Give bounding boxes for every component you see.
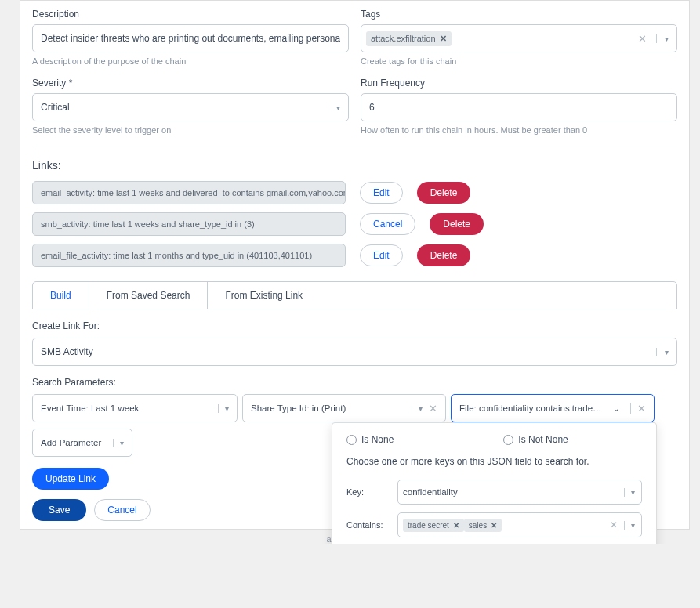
- clear-icon[interactable]: ✕: [429, 403, 437, 414]
- param-text: Event Time: Last 1 week: [41, 404, 139, 413]
- contains-select[interactable]: trade secret ✕ sales ✕ ✕ ▾: [397, 512, 642, 537]
- tags-clear-icon[interactable]: ✕: [638, 33, 647, 45]
- severity-help: Select the severity level to trigger on: [32, 125, 349, 135]
- link-box: email_activity: time last 1 weeks and de…: [32, 181, 346, 204]
- search-parameters-label: Search Parameters:: [32, 377, 677, 388]
- radio-label: Is Not None: [518, 434, 568, 445]
- tab-build[interactable]: Build: [33, 282, 89, 309]
- link-row: email_file_activity: time last 1 months …: [32, 244, 677, 267]
- contains-label: Contains:: [346, 520, 397, 530]
- chevron-down-icon[interactable]: ⌄: [613, 404, 624, 413]
- run-frequency-input[interactable]: [361, 93, 677, 121]
- radio-label: Is None: [361, 434, 394, 445]
- tab-from-existing[interactable]: From Existing Link: [208, 282, 320, 309]
- tags-input[interactable]: attack.exfiltration ✕ ✕ ▾: [361, 24, 677, 52]
- clear-icon[interactable]: ✕: [610, 519, 618, 530]
- severity-value: Critical: [41, 102, 70, 113]
- param-config-popup: Is None Is Not None Choose one or more k…: [332, 422, 657, 544]
- chevron-down-icon[interactable]: ▾: [656, 348, 669, 356]
- contains-chip[interactable]: trade secret ✕: [403, 519, 464, 532]
- link-row: smb_activity: time last 1 weeks and shar…: [32, 212, 677, 236]
- radio-is-not-none[interactable]: Is Not None: [503, 434, 568, 445]
- chip-label: sales: [469, 521, 487, 530]
- link-row: email_activity: time last 1 weeks and de…: [32, 181, 677, 204]
- tag-chip[interactable]: attack.exfiltration ✕: [366, 31, 452, 46]
- delete-button[interactable]: Delete: [417, 244, 471, 266]
- radio-icon: [503, 435, 513, 445]
- update-link-button[interactable]: Update Link: [32, 468, 109, 490]
- chip-label: trade secret: [408, 521, 449, 530]
- chevron-down-icon[interactable]: ▾: [624, 488, 635, 497]
- description-help: A description of the purpose of the chai…: [32, 56, 349, 66]
- tags-label: Tags: [361, 9, 677, 20]
- save-button[interactable]: Save: [32, 499, 86, 521]
- radio-icon: [346, 435, 357, 445]
- add-parameter-select[interactable]: Add Parameter ▾: [32, 429, 132, 457]
- chevron-down-icon[interactable]: ▾: [624, 521, 635, 530]
- param-text: Share Type Id: in (Print): [251, 404, 346, 413]
- run-frequency-help: How often to run this chain in hours. Mu…: [361, 125, 677, 135]
- divider: [32, 147, 677, 147]
- cancel-button[interactable]: Cancel: [360, 213, 415, 235]
- edit-button[interactable]: Edit: [360, 182, 403, 204]
- tag-chip-label: attack.exfiltration: [371, 34, 436, 43]
- chip-remove-icon[interactable]: ✕: [491, 521, 497, 530]
- tags-help: Create tags for this chain: [361, 56, 677, 66]
- delete-button[interactable]: Delete: [430, 213, 484, 235]
- link-box: smb_activity: time last 1 weeks and shar…: [32, 212, 346, 236]
- chevron-down-icon[interactable]: ▾: [218, 404, 229, 413]
- chevron-down-icon[interactable]: ▾: [113, 439, 124, 447]
- chevron-down-icon[interactable]: ▾: [328, 103, 340, 112]
- chevron-down-icon[interactable]: ▾: [412, 404, 423, 413]
- tabs: Build From Saved Search From Existing Li…: [32, 281, 677, 309]
- create-link-for-value: SMB Activity: [41, 346, 93, 357]
- key-value: confidentiality: [403, 487, 458, 497]
- link-box: email_file_activity: time last 1 months …: [32, 244, 346, 267]
- clear-icon[interactable]: ✕: [630, 403, 646, 414]
- chevron-down-icon[interactable]: ▾: [656, 34, 669, 43]
- severity-select[interactable]: Critical ▾: [32, 93, 349, 121]
- param-event-time[interactable]: Event Time: Last 1 week ▾: [32, 394, 238, 422]
- delete-button[interactable]: Delete: [417, 182, 471, 204]
- key-select[interactable]: confidentiality ▾: [397, 480, 642, 505]
- param-share-type[interactable]: Share Type Id: in (Print) ▾ ✕: [242, 394, 446, 422]
- popup-instruction: Choose one or more keys on this JSON fie…: [346, 456, 642, 467]
- param-text: File: confidentiality contains trade…: [459, 404, 602, 413]
- add-parameter-text: Add Parameter: [41, 438, 101, 447]
- radio-is-none[interactable]: Is None: [346, 434, 394, 445]
- create-link-for-label: Create Link For:: [32, 320, 677, 331]
- tab-from-saved[interactable]: From Saved Search: [89, 282, 209, 309]
- description-label: Description: [32, 9, 349, 20]
- description-input[interactable]: [32, 24, 349, 52]
- create-link-for-select[interactable]: SMB Activity ▾: [32, 338, 677, 366]
- tag-remove-icon[interactable]: ✕: [440, 34, 447, 44]
- key-label: Key:: [346, 487, 397, 497]
- severity-label: Severity *: [32, 78, 349, 89]
- contains-chip[interactable]: sales ✕: [464, 519, 502, 532]
- edit-button[interactable]: Edit: [360, 244, 403, 266]
- param-file[interactable]: File: confidentiality contains trade… ⌄ …: [451, 394, 655, 422]
- chip-remove-icon[interactable]: ✕: [453, 521, 459, 530]
- cancel-button[interactable]: Cancel: [94, 499, 150, 521]
- run-frequency-label: Run Frequency: [361, 78, 677, 89]
- links-title: Links:: [32, 159, 677, 172]
